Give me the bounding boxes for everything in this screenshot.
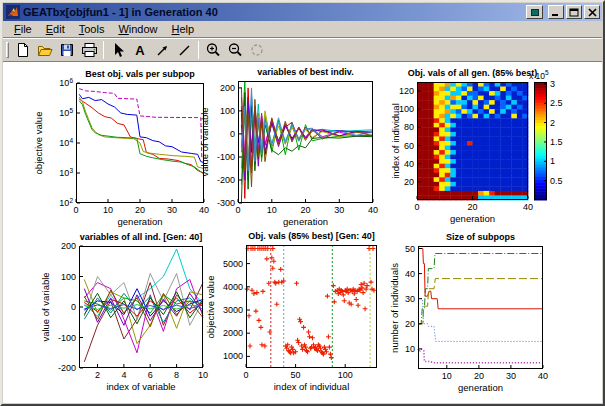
svg-text:A: A [135, 43, 145, 58]
svg-text:106: 106 [59, 77, 73, 89]
subpop-size-plot[interactable]: 102030401020304050 [418, 246, 543, 369]
print-button[interactable] [78, 40, 100, 60]
text-tool-button[interactable]: A [129, 40, 151, 60]
plot-title: Size of subpops [378, 232, 583, 242]
svg-text:0: 0 [73, 205, 78, 215]
menu-item-window[interactable]: Window [111, 21, 164, 37]
svg-text:2: 2 [95, 370, 100, 380]
svg-text:-200: -200 [217, 175, 235, 185]
svg-text:8: 8 [174, 370, 179, 380]
plot-ylabel: value of variable [199, 107, 210, 176]
svg-text:60: 60 [404, 141, 414, 151]
svg-text:-200: -200 [58, 363, 76, 373]
zoom-out-button[interactable] [224, 40, 246, 60]
open-icon [37, 42, 54, 58]
svg-text:40: 40 [538, 371, 548, 381]
plot-xlabel: generation [417, 213, 528, 224]
colorbar-exponent: x 105 [529, 69, 549, 81]
svg-text:20: 20 [467, 202, 477, 212]
zoom-in-button[interactable] [202, 40, 224, 60]
svg-text:30: 30 [167, 205, 177, 215]
svg-text:1: 1 [550, 156, 555, 166]
figure-window: GEATbx[objfun1 - 1] in Generation 40 Fil… [0, 0, 605, 406]
menu-item-edit[interactable]: Edit [39, 21, 72, 37]
figure-canvas: Best obj. vals per subpop objective valu… [3, 63, 602, 403]
arrow-icon [155, 42, 170, 58]
svg-text:10: 10 [198, 370, 208, 380]
plot-xlabel: generation [76, 216, 204, 227]
obj-vals-heatmap[interactable]: 0204020406080100120 [417, 82, 528, 200]
svg-text:10: 10 [405, 344, 415, 354]
new-figure-button[interactable] [12, 40, 34, 60]
toolbar-separator [103, 41, 104, 59]
svg-text:-300: -300 [217, 198, 235, 208]
obj-vals-scatter-plot[interactable]: 05010010002000300040005000 [246, 245, 377, 368]
save-button[interactable] [56, 40, 78, 60]
svg-text:40: 40 [404, 159, 414, 169]
best-obj-vals-plot[interactable]: 010203040102103104105106 [76, 83, 204, 203]
svg-text:104: 104 [59, 137, 73, 149]
menu-item-help[interactable]: Help [165, 21, 202, 37]
line-icon [177, 42, 192, 58]
menu-item-tools[interactable]: Tools [72, 21, 112, 37]
svg-text:2: 2 [550, 118, 555, 128]
svg-text:80: 80 [404, 122, 414, 132]
plot-ylabel: objective value [33, 112, 44, 175]
open-file-button[interactable] [34, 40, 56, 60]
subplot-vars-best-indiv: variables of best indiv. value of variab… [238, 81, 373, 203]
print-icon [81, 42, 98, 58]
svg-text:200: 200 [61, 241, 76, 251]
svg-text:100: 100 [338, 370, 353, 380]
plot-xlabel: generation [418, 382, 543, 393]
svg-text:1000: 1000 [223, 351, 243, 361]
plot-ylabel: objective value [205, 275, 216, 338]
vars-best-indiv-plot[interactable]: 010203040-300-200-1000100200 [238, 81, 373, 203]
arrow-tool-button[interactable] [151, 40, 173, 60]
svg-text:40: 40 [368, 205, 378, 215]
svg-text:20: 20 [474, 371, 484, 381]
pointer-icon [111, 42, 125, 58]
svg-text:-100: -100 [58, 333, 76, 343]
rotate3d-button[interactable] [246, 40, 268, 60]
rotate3d-icon [249, 42, 265, 58]
svg-text:100: 100 [220, 106, 235, 116]
svg-text:0: 0 [243, 370, 248, 380]
pointer-tool-button[interactable] [107, 40, 129, 60]
svg-text:0: 0 [235, 205, 240, 215]
subplot-obj-vals-scatter: Obj. vals (85% best) [Gen: 40] objective… [246, 245, 377, 368]
subplot-best-obj-vals: Best obj. vals per subpop objective valu… [76, 83, 204, 203]
svg-text:0: 0 [230, 129, 235, 139]
menu-item-file[interactable]: File [7, 21, 39, 37]
svg-text:20: 20 [404, 177, 414, 187]
plot-ylabel: value of variable [40, 272, 51, 341]
line-tool-button[interactable] [173, 40, 195, 60]
titlebar[interactable]: GEATbx[objfun1 - 1] in Generation 40 [3, 3, 602, 21]
toolbar-drag-handle[interactable] [6, 42, 9, 58]
menubar: File Edit Tools Window Help [3, 21, 602, 38]
svg-text:20: 20 [135, 205, 145, 215]
colorbar: 0.511.522.53 [534, 82, 547, 200]
svg-text:20: 20 [405, 319, 415, 329]
minimize-button[interactable] [548, 5, 564, 19]
svg-text:50: 50 [291, 370, 301, 380]
svg-text:102: 102 [59, 197, 73, 209]
plot-xlabel: generation [238, 216, 373, 227]
window-title: GEATbx[objfun1 - 1] in Generation 40 [23, 6, 526, 18]
subplot-obj-vals-heatmap: Obj. vals of all gen. (85% best) index o… [417, 82, 528, 200]
subplot-vars-all-ind: variables of all ind. [Gen: 40] value of… [79, 246, 203, 368]
maximize-button[interactable] [566, 5, 582, 19]
vars-all-ind-plot[interactable]: 246810-200-1000100200 [79, 246, 203, 368]
close-icon [588, 8, 597, 17]
svg-text:30: 30 [405, 294, 415, 304]
svg-text:2.5: 2.5 [550, 98, 563, 108]
dock-figure-button[interactable] [526, 5, 543, 19]
svg-text:40: 40 [523, 202, 533, 212]
close-button[interactable] [584, 5, 600, 19]
svg-text:20: 20 [300, 205, 310, 215]
plot-xlabel: index of individual [246, 381, 377, 392]
svg-text:100: 100 [399, 104, 414, 114]
svg-text:3: 3 [550, 79, 555, 89]
svg-text:10: 10 [103, 205, 113, 215]
svg-text:0: 0 [71, 302, 76, 312]
svg-text:4000: 4000 [223, 282, 243, 292]
